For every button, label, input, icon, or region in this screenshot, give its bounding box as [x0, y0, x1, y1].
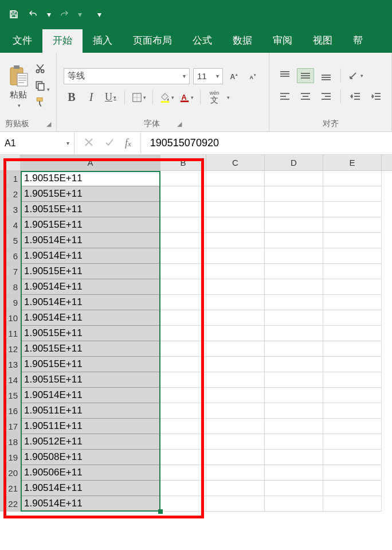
phonetic-guide-icon[interactable]: wén 文	[206, 90, 222, 105]
col-header-D[interactable]: D	[265, 155, 323, 170]
cell[interactable]	[206, 279, 265, 295]
cell[interactable]: 1.90515E+11	[21, 341, 160, 357]
row-header[interactable]: 13	[0, 357, 21, 372]
cell[interactable]	[160, 171, 206, 186]
row-header[interactable]: 18	[0, 434, 21, 450]
row-header[interactable]: 7	[0, 264, 21, 279]
cell[interactable]	[206, 217, 265, 233]
align-top-icon[interactable]	[276, 68, 293, 83]
font-size-select[interactable]: 11 ▾	[193, 68, 223, 84]
cell[interactable]	[160, 357, 206, 372]
align-middle-icon[interactable]	[297, 68, 314, 83]
undo-dropdown-icon[interactable]: ▾	[45, 6, 53, 22]
cell[interactable]	[206, 403, 265, 419]
increase-font-icon[interactable]: A▴	[226, 69, 242, 84]
row-header[interactable]: 10	[0, 310, 21, 326]
tab-formulas[interactable]: 公式	[182, 29, 222, 53]
tab-view[interactable]: 视图	[303, 29, 343, 53]
cell[interactable]	[265, 310, 323, 326]
cell[interactable]	[206, 186, 265, 202]
cell[interactable]: 1.90512E+11	[21, 434, 160, 450]
col-header-C[interactable]: C	[206, 155, 265, 170]
cell[interactable]	[265, 186, 323, 202]
cell[interactable]	[265, 357, 323, 372]
tab-layout[interactable]: 页面布局	[123, 29, 182, 53]
enter-formula-icon[interactable]	[104, 137, 115, 149]
undo-icon[interactable]	[25, 6, 41, 22]
row-header[interactable]: 20	[0, 465, 21, 481]
cell[interactable]	[265, 248, 323, 264]
cell[interactable]	[265, 465, 323, 481]
align-right-icon[interactable]	[317, 89, 335, 104]
row-header[interactable]: 6	[0, 248, 21, 264]
cell[interactable]	[323, 202, 382, 217]
font-color-icon[interactable]: A▾	[178, 90, 194, 105]
cell[interactable]	[160, 233, 206, 248]
cell[interactable]: 1.90514E+11	[21, 481, 160, 496]
cell[interactable]: 1.90514E+11	[21, 233, 160, 248]
cell[interactable]: 1.90511E+11	[21, 403, 160, 419]
tab-help[interactable]: 帮	[343, 29, 373, 53]
cell[interactable]: 1.90514E+11	[21, 310, 160, 326]
cell[interactable]	[265, 419, 323, 434]
col-header-E[interactable]: E	[323, 155, 382, 170]
col-header-B[interactable]: B	[160, 155, 206, 170]
cell[interactable]: 1.90515E+11	[21, 217, 160, 233]
cell[interactable]	[206, 310, 265, 326]
row-header[interactable]: 3	[0, 202, 21, 217]
cell[interactable]	[206, 202, 265, 217]
cell[interactable]	[265, 388, 323, 403]
cell[interactable]: 1.90511E+11	[21, 419, 160, 434]
cell[interactable]	[206, 434, 265, 450]
cell[interactable]	[265, 264, 323, 279]
cell[interactable]	[265, 295, 323, 310]
cell[interactable]	[206, 372, 265, 388]
cell[interactable]: 1.90515E+11	[21, 202, 160, 217]
underline-button[interactable]: U▾	[103, 90, 119, 105]
cell[interactable]	[323, 357, 382, 372]
cell[interactable]	[160, 264, 206, 279]
cell[interactable]	[323, 217, 382, 233]
cell[interactable]	[206, 248, 265, 264]
redo-icon[interactable]	[56, 6, 72, 22]
cell[interactable]	[206, 465, 265, 481]
cell[interactable]	[160, 372, 206, 388]
save-icon[interactable]	[6, 6, 22, 22]
cell[interactable]: 1.90514E+11	[21, 248, 160, 264]
row-header[interactable]: 9	[0, 295, 21, 310]
cell[interactable]	[160, 496, 206, 512]
row-header[interactable]: 12	[0, 341, 21, 357]
cell[interactable]	[265, 403, 323, 419]
row-header[interactable]: 15	[0, 388, 21, 403]
redo-dropdown-icon[interactable]: ▾	[76, 6, 84, 22]
cell[interactable]	[160, 465, 206, 481]
cell[interactable]	[265, 496, 323, 512]
cell[interactable]	[160, 419, 206, 434]
align-bottom-icon[interactable]	[317, 68, 335, 83]
format-painter-icon[interactable]	[34, 96, 50, 110]
cell[interactable]	[160, 481, 206, 496]
cell[interactable]	[265, 217, 323, 233]
cell[interactable]: 1.90514E+11	[21, 295, 160, 310]
decrease-font-icon[interactable]: A▾	[246, 69, 262, 84]
cell[interactable]	[265, 450, 323, 465]
cell[interactable]	[265, 372, 323, 388]
cut-icon[interactable]	[34, 63, 50, 76]
cell[interactable]	[323, 279, 382, 295]
cell[interactable]	[323, 465, 382, 481]
cell[interactable]: 1.90515E+11	[21, 357, 160, 372]
cell[interactable]	[265, 326, 323, 341]
cell[interactable]	[265, 202, 323, 217]
cell[interactable]	[160, 403, 206, 419]
cell[interactable]	[206, 357, 265, 372]
cell[interactable]	[265, 481, 323, 496]
cell[interactable]	[160, 388, 206, 403]
cell[interactable]: 1.90515E+11	[21, 372, 160, 388]
cell[interactable]	[206, 233, 265, 248]
cell[interactable]: 1.90515E+11	[21, 264, 160, 279]
tab-home[interactable]: 开始	[42, 29, 83, 53]
align-left-icon[interactable]	[276, 89, 293, 104]
cell[interactable]	[206, 341, 265, 357]
cell[interactable]	[160, 279, 206, 295]
cell[interactable]	[323, 248, 382, 264]
